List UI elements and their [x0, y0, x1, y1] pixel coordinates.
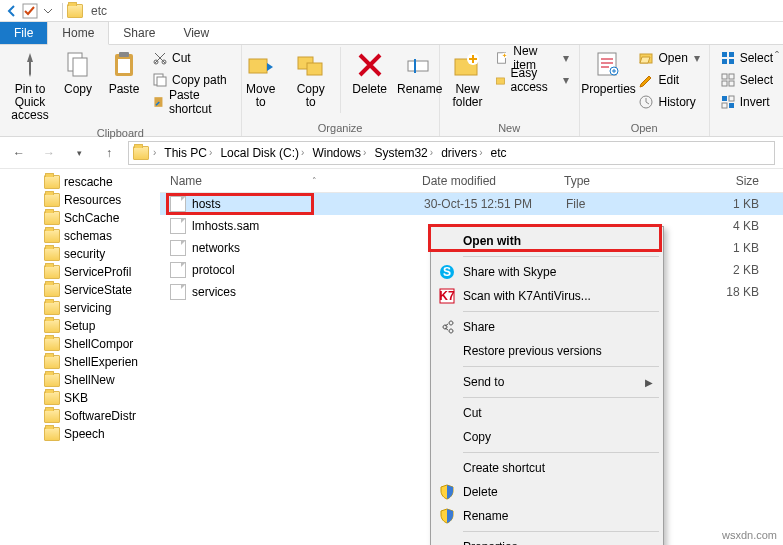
crumb-system32[interactable]: System32› — [370, 146, 437, 160]
tree-item[interactable]: SKB — [0, 389, 160, 407]
ctx-open-with[interactable]: Open with — [433, 229, 661, 253]
folder-icon — [44, 283, 60, 297]
svg-rect-31 — [722, 81, 727, 86]
folder-icon — [44, 355, 60, 369]
nav-forward-button[interactable]: → — [38, 142, 60, 164]
ctx-share[interactable]: Share — [433, 315, 661, 339]
history-button[interactable]: History — [634, 91, 703, 113]
tree-item[interactable]: Speech — [0, 425, 160, 443]
ctx-copy[interactable]: Copy — [433, 425, 661, 449]
dropdown-qat-icon[interactable] — [40, 3, 56, 19]
tab-file[interactable]: File — [0, 22, 47, 44]
svg-rect-5 — [118, 59, 130, 73]
easy-access-button[interactable]: Easy access ▾ — [491, 69, 572, 91]
folder-icon — [44, 247, 60, 261]
svg-rect-35 — [729, 96, 734, 101]
svg-text:S: S — [443, 265, 451, 279]
ctx-create-shortcut[interactable]: Create shortcut — [433, 456, 661, 480]
tree-item[interactable]: ServiceProfil — [0, 263, 160, 281]
shield-rename-icon — [439, 508, 455, 524]
tree-item[interactable]: ServiceState — [0, 281, 160, 299]
group-clipboard-label: Clipboard — [6, 125, 235, 141]
svg-rect-32 — [729, 81, 734, 86]
svg-rect-25 — [722, 52, 727, 57]
properties-button[interactable]: Properties — [584, 47, 632, 98]
svg-rect-13 — [307, 63, 322, 75]
folder-icon — [44, 265, 60, 279]
nav-recent-button[interactable]: ▾ — [68, 142, 90, 164]
ribbon: ˆ Pin to Quick access Copy Paste Cut Cop… — [0, 45, 783, 137]
collapse-ribbon-icon[interactable]: ˆ — [775, 50, 779, 64]
group-open-label: Open — [586, 120, 703, 136]
crumb-etc[interactable]: etc — [487, 146, 511, 160]
tab-home[interactable]: Home — [47, 21, 109, 45]
check-qat-icon[interactable] — [22, 3, 38, 19]
tree-item[interactable]: rescache — [0, 173, 160, 191]
tree-item[interactable]: SoftwareDistr — [0, 407, 160, 425]
copy-button[interactable]: Copy — [56, 47, 100, 98]
shield-delete-icon — [439, 484, 455, 500]
pin-quickaccess-button[interactable]: Pin to Quick access — [6, 47, 54, 125]
tab-view[interactable]: View — [169, 22, 223, 44]
file-icon — [170, 218, 186, 234]
ctx-sendto[interactable]: Send to▶ — [433, 370, 661, 394]
nav-up-button[interactable]: ↑ — [98, 142, 120, 164]
back-qat-icon[interactable] — [4, 3, 20, 19]
rename-button[interactable]: Rename — [396, 47, 444, 98]
tree-item[interactable]: Resources — [0, 191, 160, 209]
tab-share[interactable]: Share — [109, 22, 169, 44]
svg-rect-27 — [722, 59, 727, 64]
tree-item[interactable]: security — [0, 245, 160, 263]
file-row[interactable]: hosts30-Oct-15 12:51 PMFile1 KB — [160, 193, 783, 215]
folder-icon — [44, 427, 60, 441]
new-folder-button[interactable]: New folder — [445, 47, 489, 111]
open-button[interactable]: Open ▾ — [634, 47, 703, 69]
ctx-properties[interactable]: Properties — [433, 535, 661, 545]
select-none-button[interactable]: Select — [716, 69, 777, 91]
breadcrumb[interactable]: › This PC› Local Disk (C:)› Windows› Sys… — [128, 141, 775, 165]
move-to-button[interactable]: Move to — [237, 47, 285, 111]
crumb-windows[interactable]: Windows› — [308, 146, 370, 160]
crumb-c[interactable]: Local Disk (C:)› — [216, 146, 308, 160]
ctx-cut[interactable]: Cut — [433, 401, 661, 425]
tree-item[interactable]: schemas — [0, 227, 160, 245]
crumb-thispc[interactable]: This PC› — [160, 146, 216, 160]
tree-item[interactable]: Setup — [0, 317, 160, 335]
ribbon-tabs: File Home Share View — [0, 22, 783, 45]
column-headers[interactable]: Name˄ Date modified Type Size — [160, 169, 783, 193]
folder-icon — [44, 193, 60, 207]
edit-button[interactable]: Edit — [634, 69, 703, 91]
invert-selection-button[interactable]: Invert — [716, 91, 777, 113]
nav-back-button[interactable]: ← — [8, 142, 30, 164]
folder-tree[interactable]: rescacheResourcesSchCacheschemassecurity… — [0, 169, 160, 545]
crumb-drivers[interactable]: drivers› — [437, 146, 486, 160]
paste-shortcut-button[interactable]: Paste shortcut — [148, 91, 235, 113]
tree-item[interactable]: ShellNew — [0, 371, 160, 389]
ctx-rename[interactable]: Rename — [433, 504, 661, 528]
ctx-skype[interactable]: SShare with Skype — [433, 260, 661, 284]
svg-rect-26 — [729, 52, 734, 57]
tree-item[interactable]: servicing — [0, 299, 160, 317]
paste-button[interactable]: Paste — [102, 47, 146, 98]
folder-icon — [44, 229, 60, 243]
delete-button[interactable]: Delete — [346, 47, 394, 98]
tree-item[interactable]: SchCache — [0, 209, 160, 227]
tree-item[interactable]: ShellExperien — [0, 353, 160, 371]
group-organize-label: Organize — [248, 120, 433, 136]
svg-rect-30 — [729, 74, 734, 79]
folder-icon — [44, 175, 60, 189]
group-new-label: New — [446, 120, 573, 136]
svg-rect-15 — [414, 59, 416, 73]
context-menu: Open with SShare with Skype K7Scan with … — [430, 226, 664, 545]
ctx-k7[interactable]: K7Scan with K7AntiVirus... — [433, 284, 661, 308]
cut-button[interactable]: Cut — [148, 47, 235, 69]
ctx-delete[interactable]: Delete — [433, 480, 661, 504]
copy-to-button[interactable]: Copy to — [287, 47, 335, 111]
select-all-button[interactable]: Select — [716, 47, 777, 69]
svg-rect-14 — [408, 61, 428, 71]
folder-icon — [44, 337, 60, 351]
svg-rect-28 — [729, 59, 734, 64]
tree-item[interactable]: ShellCompor — [0, 335, 160, 353]
skype-icon: S — [439, 264, 455, 280]
ctx-restore[interactable]: Restore previous versions — [433, 339, 661, 363]
